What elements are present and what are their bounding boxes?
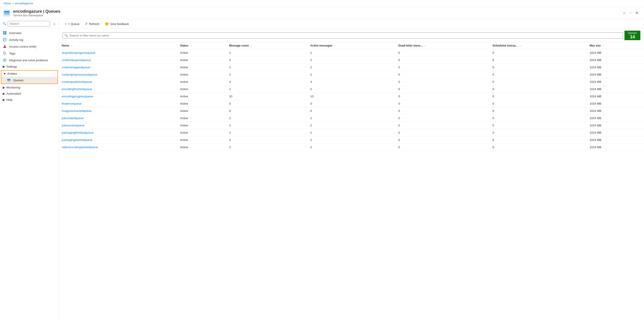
cell-maxsize-8: 1024 MB <box>587 107 644 114</box>
sort-maxsize-icon: ↑↓ <box>602 45 604 47</box>
col-scheduled[interactable]: Scheduled messa... ↑↓ <box>490 42 587 49</box>
table-row: imagesextractedqueue Active 0 0 0 0 1024… <box>59 107 644 114</box>
queue-link-13[interactable]: videoencodingstartedqueue <box>62 146 98 149</box>
queue-link-7[interactable]: finalerrorqueue <box>62 102 82 105</box>
sidebar-section-help[interactable]: ▶ Help <box>0 97 59 103</box>
sidebar-item-iam[interactable]: Access control (IAM) <box>0 43 59 50</box>
more-options-button[interactable]: ··· <box>628 10 633 16</box>
search-input[interactable] <box>8 21 50 26</box>
queue-link-4[interactable]: contentpublishedqueue <box>62 80 92 84</box>
queue-link-10[interactable]: jobsuccessqueue <box>62 124 84 127</box>
cell-msgcount-9: 2 <box>226 114 308 122</box>
sidebar-item-label-tags: Tags <box>9 52 15 55</box>
col-name[interactable]: Name ↑↓ <box>59 42 178 49</box>
queue-link-12[interactable]: packagingstartedqueue <box>62 138 92 142</box>
cell-status-6: Active <box>178 93 226 100</box>
cell-dead-3: 0 <box>396 71 490 78</box>
table-row: packagingstartedqueue Active 2 2 0 0 102… <box>59 136 644 144</box>
table-row: packagingfinishedqueue Active 2 2 0 0 10… <box>59 129 644 136</box>
queue-link-6[interactable]: encodingprogressqueue <box>62 95 94 98</box>
table-row: finalerrorqueue Active 0 0 0 0 1024 MB <box>59 100 644 107</box>
sidebar-item-diagnose[interactable]: Diagnose and solve problems <box>0 57 59 64</box>
cell-active-11: 2 <box>308 129 396 136</box>
sidebar-search-area: 🔍 ◇ « <box>0 19 59 28</box>
queue-link-0[interactable]: acquisitionprogressqueue <box>62 51 95 54</box>
cell-status-9: Active <box>178 114 226 122</box>
refresh-button[interactable]: ↺ Refresh <box>82 21 102 27</box>
sidebar-section-settings[interactable]: ▶ Settings <box>0 64 59 70</box>
filter-wrapper: 🔍 <box>63 32 623 38</box>
star-icon: ☆ <box>623 11 626 15</box>
sidebar-section-entities: ▼ Entities Queues <box>1 70 58 84</box>
overview-icon <box>3 31 7 35</box>
cell-sched-6: 0 <box>490 93 587 100</box>
cell-maxsize-5: 1024 MB <box>587 86 644 93</box>
sort-name-icon: ↑↓ <box>71 45 72 47</box>
cell-dead-7: 0 <box>396 100 490 107</box>
cell-status-10: Active <box>178 122 226 129</box>
sort-dead-icon: ↑↓ <box>424 45 426 47</box>
col-active-messages[interactable]: Active messages ↑↓ <box>308 42 396 49</box>
add-queue-label: + Queue <box>68 22 80 26</box>
col-status[interactable]: Status ↑↓ <box>178 42 226 49</box>
sidebar-item-label-iam: Access control (IAM) <box>9 45 36 48</box>
sidebar-item-tags[interactable]: Tags <box>0 50 59 57</box>
add-icon: + <box>65 22 67 26</box>
refresh-label: Refresh <box>89 22 100 26</box>
cell-sched-11: 0 <box>490 129 587 136</box>
close-button[interactable]: ✕ <box>633 10 640 16</box>
col-max-size[interactable]: Max size ↑↓ <box>587 42 644 49</box>
sidebar-diamond-button[interactable]: ◇ <box>52 22 56 26</box>
queue-link-3[interactable]: contentpreprocessedqueue <box>62 73 98 76</box>
queue-link-11[interactable]: packagingfinishedqueue <box>62 131 94 134</box>
cell-maxsize-11: 1024 MB <box>587 129 644 136</box>
favorite-button[interactable]: ☆ <box>622 10 627 16</box>
sidebar-section-monitoring[interactable]: ▶ Monitoring <box>0 84 59 90</box>
filter-search-icon: 🔍 <box>64 34 68 37</box>
cell-msgcount-2: 2 <box>226 64 308 71</box>
feedback-icon: 🙂 <box>105 22 109 26</box>
queue-link-1[interactable]: contentacquiredqueue <box>62 58 91 62</box>
col-message-count[interactable]: Message count ↑↓ <box>226 42 308 49</box>
filter-input[interactable] <box>63 32 623 38</box>
queues-table-container: Name ↑↓ Status ↑↓ Message count ↑↓ <box>59 42 644 320</box>
col-dead-letter[interactable]: Dead-letter mess... ↑↓ <box>396 42 490 49</box>
queues-table: Name ↑↓ Status ↑↓ Message count ↑↓ <box>59 42 644 151</box>
page-title: encodingazure | Queues <box>13 9 622 14</box>
filter-bar: 🔍 Queues 14 <box>59 29 644 42</box>
badge-count: 14 <box>630 34 635 39</box>
queue-link-9[interactable]: jobcreatedqueue <box>62 116 84 120</box>
breadcrumb-home[interactable]: Home <box>4 2 11 5</box>
sidebar-item-queues[interactable]: Queues <box>1 77 58 84</box>
cell-sched-7: 0 <box>490 100 587 107</box>
table-row: contentpreprocessedqueue Active 2 2 0 0 … <box>59 71 644 78</box>
cell-msgcount-5: 2 <box>226 86 308 93</box>
cell-dead-0: 0 <box>396 49 490 56</box>
sidebar-section-automation[interactable]: ▶ Automation <box>0 90 59 97</box>
queue-link-8[interactable]: imagesextractedqueue <box>62 109 92 112</box>
cell-name-10: jobsuccessqueue <box>59 122 178 129</box>
add-queue-button[interactable]: + + Queue <box>63 21 82 27</box>
sidebar-collapse-button[interactable]: « <box>58 22 59 26</box>
cell-maxsize-10: 1024 MB <box>587 122 644 129</box>
activity-icon <box>3 38 7 42</box>
cell-active-13: 2 <box>308 144 396 151</box>
cell-active-0: 2 <box>308 49 396 56</box>
entities-header[interactable]: ▼ Entities <box>1 70 58 77</box>
table-body: acquisitionprogressqueue Active 2 2 0 0 … <box>59 49 644 151</box>
cell-status-11: Active <box>178 129 226 136</box>
svg-rect-3 <box>4 14 10 15</box>
cell-dead-4: 0 <box>396 78 490 86</box>
sidebar-item-activity-log[interactable]: Activity log <box>0 36 59 43</box>
cell-status-12: Active <box>178 136 226 144</box>
sidebar-item-overview[interactable]: Overview <box>0 30 59 36</box>
cell-active-2: 2 <box>308 64 396 71</box>
cell-sched-12: 0 <box>490 136 587 144</box>
sort-msgcount-icon: ↑↓ <box>250 45 252 47</box>
page-subtitle: Service Bus Namespace <box>13 14 622 17</box>
feedback-button[interactable]: 🙂 Give feedback <box>102 21 131 27</box>
more-icon: ··· <box>630 11 632 15</box>
queue-link-2[interactable]: contentmappedqueue <box>62 66 90 69</box>
queue-link-5[interactable]: encodingfinishedqueue <box>62 88 92 91</box>
cell-sched-2: 0 <box>490 64 587 71</box>
